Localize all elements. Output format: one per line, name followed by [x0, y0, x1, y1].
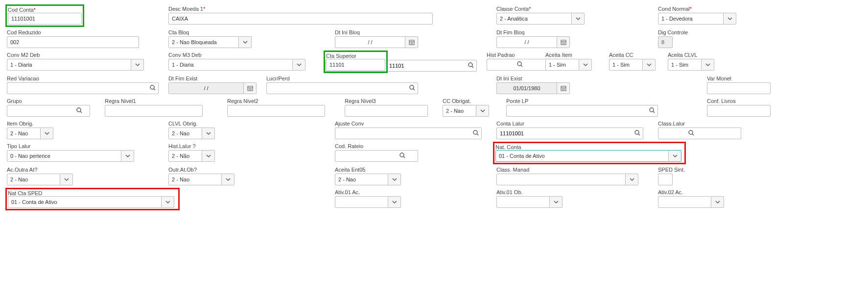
hist-lalur-select[interactable]: 2 - Não: [168, 150, 215, 162]
ac-outra-at-select[interactable]: 2 - Nao: [7, 174, 73, 185]
regra-nivel2-input[interactable]: [227, 105, 325, 117]
chevron-down-icon[interactable]: [388, 174, 401, 185]
dt-fim-exist-date[interactable]: / /: [168, 82, 257, 94]
calendar-icon[interactable]: [244, 82, 257, 94]
tipo-lalur-select[interactable]: 0 - Nao pertence: [7, 150, 134, 162]
var-monet-input[interactable]: [707, 82, 771, 94]
chevron-down-icon[interactable]: [668, 151, 681, 161]
search-icon[interactable]: [688, 130, 694, 137]
nat-conta-select[interactable]: 01 - Conta de Ativo: [495, 150, 681, 162]
chevron-down-icon[interactable]: [711, 196, 724, 208]
chevron-down-icon[interactable]: [131, 59, 144, 71]
search-icon[interactable]: [517, 61, 523, 68]
class-lalur-lookup[interactable]: [658, 127, 697, 139]
class-manad-select[interactable]: [496, 174, 638, 185]
cond-normal-select[interactable]: 1 - Devedora: [658, 13, 736, 25]
regra-nivel3-input[interactable]: [345, 105, 428, 117]
chevron-down-icon[interactable]: [41, 127, 53, 139]
cc-obrigat-select[interactable]: 2 - Nao: [443, 105, 489, 117]
ponte-lp-input[interactable]: [506, 105, 658, 117]
nat-cta-sped-select[interactable]: 01 - Conta de Ativo: [8, 196, 174, 208]
calendar-icon[interactable]: [405, 36, 418, 48]
chevron-down-icon[interactable]: [550, 196, 563, 208]
outr-at-ob-select[interactable]: 2 - Nao: [168, 174, 235, 185]
sped-sint-input[interactable]: [658, 174, 673, 185]
search-icon[interactable]: [473, 130, 479, 137]
search-icon[interactable]: [399, 152, 405, 159]
ativ-02-ac-label: Ativ.02 Ac.: [658, 189, 730, 195]
chevron-down-icon[interactable]: [702, 59, 714, 71]
conta-lalur-input[interactable]: [496, 127, 643, 139]
search-icon[interactable]: [634, 130, 640, 137]
aceita-cc-select[interactable]: 1 - Sim: [609, 59, 656, 71]
dt-ini-bloq-date[interactable]: / /: [335, 36, 418, 48]
chevron-down-icon[interactable]: [643, 59, 656, 71]
chevron-down-icon[interactable]: [476, 105, 489, 117]
regra-nivel1-label: Regra Nivel1: [105, 98, 221, 104]
ajuste-conv-lookup[interactable]: [335, 127, 482, 139]
cta-superior-input[interactable]: [326, 59, 385, 71]
search-icon[interactable]: [76, 107, 82, 114]
item-obrig-select[interactable]: 2 - Nao: [7, 127, 53, 139]
ativ-01-ac-select[interactable]: [335, 196, 401, 208]
calendar-icon[interactable]: [557, 36, 570, 48]
ativ-02-ac-select[interactable]: [658, 196, 724, 208]
search-icon[interactable]: [468, 62, 474, 69]
lucr-perd-lookup[interactable]: [266, 82, 418, 94]
search-icon[interactable]: [409, 85, 415, 92]
dt-ini-exist-label: Dt Ini Exist: [496, 76, 701, 81]
aceita-item-select[interactable]: 1 - Sim: [545, 59, 592, 71]
chevron-down-icon[interactable]: [202, 127, 215, 139]
chevron-down-icon[interactable]: [572, 13, 585, 25]
chevron-down-icon[interactable]: [202, 150, 215, 162]
regra-nivel1-input[interactable]: [105, 105, 203, 117]
chevron-down-icon[interactable]: [222, 174, 235, 185]
red-variacao-input[interactable]: [7, 82, 159, 94]
dt-ini-exist-date[interactable]: 01/01/1980: [496, 82, 570, 94]
hist-padrao-lookup[interactable]: [487, 59, 526, 71]
cod-rateio-lookup[interactable]: [335, 150, 408, 162]
grupo-lookup[interactable]: [7, 105, 85, 117]
ponte-lp-lookup[interactable]: [506, 105, 658, 117]
aceita-clvl-select[interactable]: 1 - Sim: [668, 59, 714, 71]
chevron-down-icon[interactable]: [239, 36, 252, 48]
lucr-perd-input[interactable]: [266, 82, 418, 94]
tipo-lalur-label: Tipo Lalur: [7, 143, 163, 149]
ativ-01-ob-select[interactable]: [496, 196, 563, 208]
conf-livros-input[interactable]: [707, 105, 771, 117]
calendar-icon[interactable]: [557, 82, 570, 94]
cod-rateio-input[interactable]: [335, 150, 418, 162]
item-obrig-label: Item Obrig.: [7, 121, 163, 127]
class-lalur-input[interactable]: [658, 127, 741, 139]
clvl-obrig-select[interactable]: 2 - Nao: [168, 127, 215, 139]
ajuste-conv-input[interactable]: [335, 127, 482, 139]
chevron-down-icon[interactable]: [579, 59, 592, 71]
aceita-ent05-select[interactable]: 2 - Nao: [335, 174, 401, 185]
nat-conta-label: Nat. Conta: [495, 144, 521, 150]
chevron-down-icon[interactable]: [724, 13, 736, 25]
search-icon[interactable]: [150, 85, 156, 92]
cta-superior-label: Cta Superior: [326, 53, 356, 59]
chevron-down-icon[interactable]: [626, 174, 638, 185]
conv-m3-deb-select[interactable]: 1 - Diaria: [168, 59, 305, 71]
classe-conta-select[interactable]: 2 - Analitica: [496, 13, 585, 25]
red-variacao-lookup[interactable]: [7, 82, 159, 94]
desc-moeda1-input[interactable]: [168, 13, 433, 25]
chevron-down-icon[interactable]: [293, 59, 305, 71]
cta-bloq-select[interactable]: 2 - Nao Bloqueada: [168, 36, 252, 48]
conv-m2-deb-label: Conv M2 Deb: [7, 52, 163, 58]
cod-conta-input[interactable]: [8, 13, 82, 25]
cod-reduzido-input[interactable]: [7, 36, 139, 48]
dt-fim-bloq-date[interactable]: / /: [496, 36, 570, 48]
search-icon[interactable]: [649, 107, 655, 114]
chevron-down-icon[interactable]: [388, 196, 401, 208]
aceita-cc-label: Aceita CC: [609, 52, 662, 58]
grupo-label: Grupo: [7, 98, 99, 104]
chevron-down-icon[interactable]: [121, 150, 134, 162]
conv-m2-deb-select[interactable]: 1 - Diaria: [7, 59, 144, 71]
conta-lalur-lookup[interactable]: [496, 127, 643, 139]
dt-ini-bloq-label: Dt Ini Bloq: [335, 29, 491, 35]
chevron-down-icon[interactable]: [162, 196, 174, 208]
cond-normal-label: Cond Normal*: [658, 6, 730, 12]
chevron-down-icon[interactable]: [60, 174, 73, 185]
